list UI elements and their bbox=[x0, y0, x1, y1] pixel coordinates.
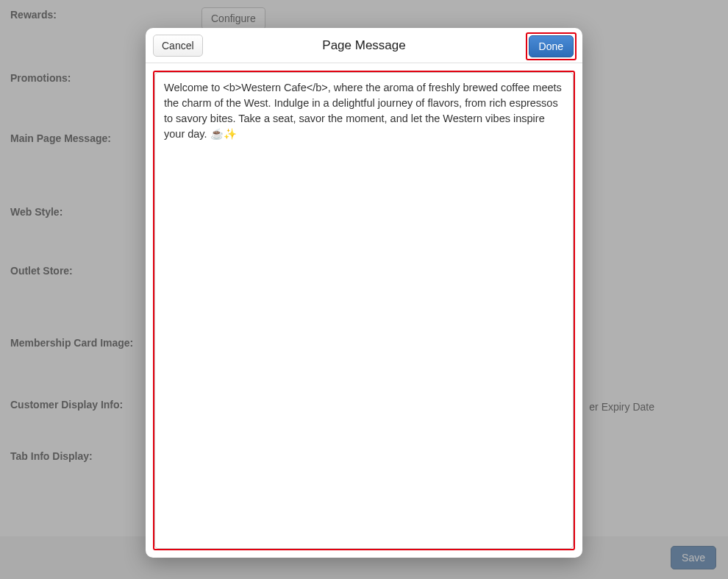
modal-title: Page Message bbox=[146, 38, 582, 53]
modal-body bbox=[146, 63, 582, 558]
page-message-textarea[interactable] bbox=[154, 72, 574, 549]
textarea-highlight bbox=[153, 71, 575, 550]
done-button-highlight: Done bbox=[526, 32, 577, 60]
modal-header: Cancel Page Message Done bbox=[146, 28, 582, 63]
page-message-modal: Cancel Page Message Done bbox=[146, 28, 582, 558]
cancel-button[interactable]: Cancel bbox=[153, 35, 203, 57]
done-button[interactable]: Done bbox=[529, 35, 574, 57]
